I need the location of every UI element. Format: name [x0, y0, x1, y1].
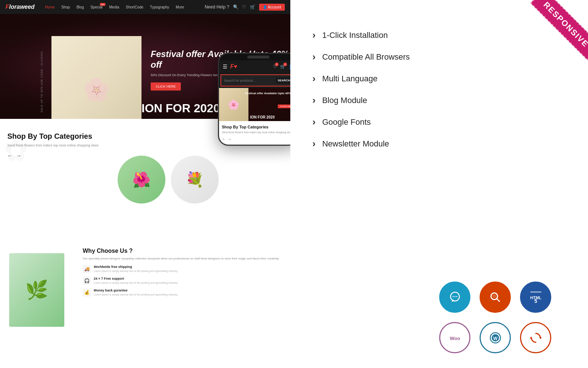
svg-marker-15 — [530, 336, 531, 339]
account-button[interactable]: 👤 Account — [259, 4, 285, 11]
phone-arrow-right[interactable]: → — [228, 137, 232, 141]
html5-icon: HTML 5 — [520, 282, 551, 313]
hero-side-text: SALE UP TO 30% USE CODE : CLICK001 — [40, 51, 43, 112]
nav-bar: Floraweed Home Shop Blog Special Hot Med… — [0, 0, 290, 14]
shipping-icon: 🚚 — [83, 265, 91, 273]
phone-arrows[interactable]: ← → — [222, 137, 291, 141]
wordpress-icon: W — [480, 322, 511, 353]
svg-point-3 — [456, 296, 457, 297]
phone-notch — [219, 54, 291, 60]
svg-point-1 — [452, 296, 453, 297]
phone-wishlist-icon[interactable]: ♡ 0 — [273, 64, 277, 69]
hero-bottom-text: ION FOR 2020 — [141, 102, 220, 115]
tech-icons-grid: HTML 5 Woo W — [439, 282, 551, 353]
phone-menu-icon[interactable]: ☰ — [223, 64, 227, 70]
phone-hero-bottom-text: ION FOR 2020 — [250, 115, 275, 119]
feature-item-2: Multi Language — [312, 73, 566, 84]
nav-link-shortcode[interactable]: ShortCode — [126, 5, 143, 9]
nav-help: Need Help ? — [205, 4, 229, 10]
shop-categories: ✿ Shop By Top Categories Send fresh flow… — [0, 119, 110, 240]
refresh-svg — [528, 330, 544, 346]
features-panel: RESPONSIVE 1-Click Installation Compatib… — [290, 0, 588, 368]
search-tech-icon — [480, 282, 511, 313]
phone-shop-desc: Send fresh flowers from india's top most… — [222, 131, 291, 134]
category-image-1[interactable]: 🌺 — [118, 156, 165, 204]
nav-link-shop[interactable]: Shop — [61, 5, 70, 9]
html5-svg: HTML 5 — [528, 289, 544, 305]
phone-notch-bar — [247, 56, 269, 59]
nav-link-blog[interactable]: Blog — [76, 5, 84, 9]
shipping-title: Worldwide free shipping — [94, 265, 178, 269]
phone-shop-section: Shop By Top Categories Send fresh flower… — [219, 121, 291, 145]
support-title: 24 × 7 Free support — [94, 277, 178, 280]
phone-account-icon[interactable]: 👤 — [288, 64, 291, 69]
refresh-icon — [520, 322, 551, 353]
woo-svg: Woo — [447, 330, 463, 346]
feature-guarantee: 💰 Money back gurantee Lorem Ipsum is sim… — [83, 289, 281, 297]
phone-area: ☰ F♥ ♡ 0 🛒 0 — [226, 119, 290, 240]
svg-text:W: W — [493, 336, 498, 341]
svg-text:Woo: Woo — [450, 335, 460, 341]
guarantee-icon: 💰 — [83, 289, 91, 297]
search-svg — [487, 289, 503, 305]
guarantee-title: Money back gurantee — [94, 289, 178, 292]
nav-link-more[interactable]: More — [176, 5, 184, 9]
feature-item-3: Blog Module — [312, 95, 566, 106]
svg-marker-14 — [540, 336, 542, 339]
phone-shop-title: Shop By Top Categories — [222, 125, 291, 129]
phone-search-input[interactable] — [224, 79, 274, 82]
nav-link-media[interactable]: Media — [109, 5, 119, 9]
cart-icon[interactable]: 🛒 — [250, 4, 255, 10]
svg-point-2 — [454, 296, 455, 297]
feature-item-4: Google Fonts — [312, 116, 566, 128]
feature-item-0: 1-Click Installation — [312, 29, 566, 41]
feature-list: 1-Click Installation Compatible All Brow… — [312, 29, 566, 160]
nav-link-special[interactable]: Special Hot — [90, 5, 103, 9]
middle-section: ✿ Shop By Top Categories Send fresh flow… — [0, 119, 290, 240]
phone-logo: F♥ — [230, 63, 270, 70]
phone-cart-icon[interactable]: 🛒 0 — [280, 64, 286, 69]
phone-search-button[interactable]: SEARCH — [276, 77, 290, 84]
hero-image: 🌸 — [51, 36, 141, 119]
feature-support: 🎧 24 × 7 Free support Lorem Ipsum is sim… — [83, 277, 281, 285]
hero-cta-button[interactable]: CLICK HERE — [151, 82, 181, 91]
svg-text:5: 5 — [534, 298, 537, 304]
support-desc: Lorem Ipsum is simply dummy text of the … — [94, 281, 178, 284]
category-image-2[interactable]: 💐 — [171, 156, 219, 204]
svg-point-6 — [492, 294, 496, 298]
chat-icon — [439, 282, 470, 313]
flower-watermark: ✿ — [4, 134, 28, 168]
wishlist-icon[interactable]: ♡ — [242, 4, 246, 10]
support-text: 24 × 7 Free support Lorem Ipsum is simpl… — [94, 277, 178, 284]
nav-logo: Floraweed — [6, 4, 35, 10]
feature-item-1: Compatible All Browsers — [312, 51, 566, 63]
product-image: 🌿 — [9, 253, 64, 327]
support-icon: 🎧 — [83, 277, 91, 285]
svg-rect-9 — [530, 291, 541, 293]
phone-hero: 🌸 Festival offer Available Upto 40% off … — [219, 88, 291, 121]
phone-search-bar[interactable]: SEARCH — [220, 74, 291, 86]
phone-nav-icons: ♡ 0 🛒 0 👤 — [273, 64, 291, 69]
category-images: 🌺 💐 — [110, 119, 226, 240]
phone-hero-button[interactable]: CLICK HERE — [278, 105, 290, 108]
phone-hero-title: Festival offer Available Upto 40% off — [245, 92, 290, 95]
why-choose-section: Why Choose Us ? Our specially priced des… — [74, 240, 290, 340]
phone-nav: ☰ F♥ ♡ 0 🛒 0 — [219, 60, 291, 73]
website-preview-panel: Floraweed Home Shop Blog Special Hot Med… — [0, 0, 290, 368]
woo-icon: Woo — [439, 322, 470, 353]
why-choose-desc: Our specially priced designer sympathy c… — [83, 256, 281, 261]
phone-arrow-left[interactable]: ← — [222, 137, 226, 141]
phone-mockup: ☰ F♥ ♡ 0 🛒 0 — [218, 53, 291, 146]
bottom-section: 🌿 Why Choose Us ? Our specially priced d… — [0, 240, 290, 340]
search-icon[interactable]: 🔍 — [233, 4, 239, 10]
nav-link-home[interactable]: Home — [45, 5, 55, 9]
feature-item-5: Newsletter Module — [312, 138, 566, 149]
guarantee-text: Money back gurantee Lorem Ipsum is simpl… — [94, 289, 178, 296]
feature-shipping: 🚚 Worldwide free shipping Lorem Ipsum is… — [83, 265, 281, 273]
nav-link-typography[interactable]: Typography — [150, 5, 169, 9]
product-image-area: 🌿 — [0, 240, 74, 340]
wordpress-svg: W — [487, 330, 503, 346]
shipping-desc: Lorem Ipsum is simply dummy text of the … — [94, 269, 178, 273]
phone-hero-image: 🌸 — [219, 88, 248, 121]
guarantee-desc: Lorem Ipsum is simply dummy text of the … — [94, 293, 178, 296]
